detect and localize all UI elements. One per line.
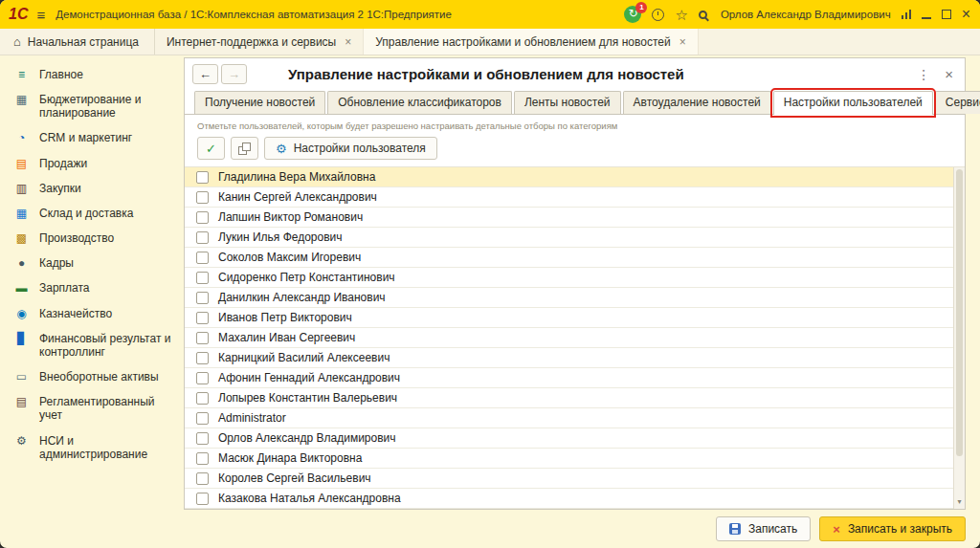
user-row[interactable]: Масюк Динара Викторовна (185, 449, 965, 469)
main-column: ← → Управление настройками и обновлением… (179, 55, 980, 548)
save-icon (729, 523, 741, 535)
sidebar-item-icon: ▭ (14, 370, 29, 384)
forward-button[interactable]: → (221, 64, 247, 84)
form-tab[interactable]: Сервис (935, 91, 980, 114)
user-checkbox[interactable] (196, 392, 209, 405)
user-row[interactable]: Королев Сергей Васильевич (185, 469, 965, 489)
sidebar-item[interactable]: ▤ Продажи (0, 151, 179, 176)
search-icon[interactable] (699, 11, 707, 19)
form-tab[interactable]: Настройки пользователей (773, 91, 933, 115)
maximize-button[interactable] (942, 10, 951, 19)
sidebar-item[interactable]: ▦ Бюджетирование и планирование (0, 87, 179, 125)
save-button[interactable]: Записать (716, 516, 811, 541)
home-tab[interactable]: ⌂ Начальная страница (6, 29, 155, 55)
user-checkbox[interactable] (196, 452, 209, 465)
form-tab[interactable]: Ленты новостей (514, 91, 621, 114)
user-name: Махалин Иван Сергеевич (218, 331, 355, 344)
user-checkbox[interactable] (196, 472, 209, 485)
unselect-all-button[interactable] (231, 137, 258, 160)
tab-close-icon[interactable]: × (345, 35, 351, 49)
sidebar-item-icon: ● (14, 256, 29, 270)
scrollbar-thumb[interactable] (956, 169, 963, 456)
sidebar-item[interactable]: ⚙ НСИ и администрирование (0, 428, 179, 467)
user-checkbox[interactable] (196, 493, 209, 505)
user-row[interactable]: Лапшин Виктор Романович (185, 208, 965, 228)
form-close-icon[interactable]: × (941, 66, 957, 82)
user-row[interactable]: Сидоренко Петр Константинович (185, 268, 965, 288)
open-form-tab[interactable]: Управление настройками и обновлением для… (364, 29, 698, 55)
user-row[interactable]: Орлов Александр Владимирович (185, 428, 965, 449)
user-checkbox[interactable] (196, 372, 209, 384)
sidebar-item[interactable]: ◉ Казначейство (0, 301, 179, 326)
main-menu-icon[interactable]: ≡ (36, 7, 45, 23)
user-name: Соколов Максим Игоревич (218, 251, 361, 264)
user-checkbox[interactable] (196, 171, 209, 184)
form-panel: ← → Управление настройками и обновлением… (184, 57, 966, 510)
user-checkbox[interactable] (196, 332, 209, 344)
sidebar-item[interactable]: ▦ Склад и доставка (0, 201, 179, 226)
user-checkbox[interactable] (196, 272, 209, 284)
close-window-button[interactable]: × (962, 7, 970, 22)
scroll-down-icon[interactable]: ▾ (954, 497, 965, 509)
user-row[interactable]: Махалин Иван Сергеевич (185, 328, 965, 348)
sidebar-item-label: Кадры (39, 256, 74, 270)
current-user[interactable]: Орлов Александр Владимирович (721, 9, 891, 20)
user-settings-icon: ⚙ (276, 142, 287, 155)
user-checkbox[interactable] (196, 292, 209, 304)
sidebar-item[interactable]: ▭ Внеоборотные активы (0, 364, 179, 389)
user-name: Administrator (218, 411, 286, 425)
form-tab-label: Настройки пользователей (784, 96, 923, 109)
user-checkbox[interactable] (196, 352, 209, 364)
sidebar-item-icon: ▊ (14, 332, 29, 345)
user-checkbox[interactable] (196, 252, 209, 264)
sidebar-item-icon: ≡ (14, 68, 29, 81)
user-settings-button[interactable]: ⚙ Настройки пользователя (264, 137, 437, 160)
user-row[interactable]: Казакова Наталья Александровна (185, 489, 965, 509)
minimize-button[interactable] (922, 11, 931, 19)
user-name: Орлов Александр Владимирович (218, 431, 396, 445)
form-tab[interactable]: Обновление классификаторов (327, 91, 512, 114)
user-row[interactable]: Данилкин Александр Иванович (185, 288, 965, 308)
user-row[interactable]: Канин Сергей Александрович (185, 187, 965, 208)
user-checkbox[interactable] (196, 191, 209, 204)
user-row[interactable]: Лукин Илья Федорович (185, 228, 965, 248)
user-checkbox[interactable] (196, 412, 209, 425)
connection-status-icon (902, 10, 911, 19)
select-all-button[interactable]: ✓ (197, 137, 225, 160)
form-tabstrip: Получение новостей Обновление классифика… (185, 88, 965, 115)
user-row[interactable]: Соколов Максим Игоревич (185, 248, 965, 268)
user-row[interactable]: Карницкий Василий Алексеевич (185, 348, 965, 368)
sidebar-item[interactable]: ≡ Главное (0, 62, 179, 87)
tab-close-icon[interactable]: × (679, 35, 686, 49)
sidebar-item[interactable]: ● Кадры (0, 251, 179, 275)
sidebar-item[interactable]: ▤ Регламентированный учет (0, 389, 179, 427)
sidebar-item[interactable]: ▩ Производство (0, 226, 179, 251)
user-row[interactable]: Administrator (185, 408, 965, 428)
more-menu-icon[interactable]: ⋮ (909, 67, 938, 82)
sidebar-item[interactable]: ▊ Финансовый результат и контроллинг (0, 326, 179, 364)
sidebar-item-label: НСИ и администрирование (39, 434, 175, 461)
form-tab[interactable]: Получение новостей (194, 91, 325, 114)
history-icon[interactable] (652, 9, 664, 21)
sidebar-item-icon: ◔ (14, 131, 29, 144)
user-checkbox[interactable] (196, 231, 209, 244)
sidebar-item[interactable]: ▬ Зарплата (0, 275, 179, 300)
user-checkbox[interactable] (196, 312, 209, 324)
user-row[interactable]: Иванов Петр Викторович (185, 308, 965, 328)
user-row[interactable]: Лопырев Константин Валерьевич (185, 388, 965, 408)
favorites-icon[interactable]: ☆ (675, 8, 687, 22)
sidebar-item-icon: ▥ (14, 182, 29, 195)
user-checkbox[interactable] (196, 432, 209, 445)
support-service-icon[interactable]: ↻ 1 (624, 6, 641, 23)
user-name: Сидоренко Петр Константинович (218, 271, 395, 284)
user-row[interactable]: Гладилина Вера Михайловна (185, 167, 965, 187)
user-checkbox[interactable] (196, 211, 209, 224)
sidebar-item[interactable]: ▥ Закупки (0, 176, 179, 201)
save-close-button[interactable]: × Записать и закрыть (819, 516, 966, 541)
back-button[interactable]: ← (192, 64, 218, 84)
sidebar-item[interactable]: ◔ CRM и маркетинг (0, 125, 179, 150)
form-tab[interactable]: Автоудаление новостей (623, 91, 771, 114)
user-row[interactable]: Афонин Геннадий Александрович (185, 368, 965, 388)
scrollbar[interactable]: ▾ (953, 167, 965, 509)
open-form-tab[interactable]: Интернет-поддержка и сервисы × (155, 29, 364, 55)
